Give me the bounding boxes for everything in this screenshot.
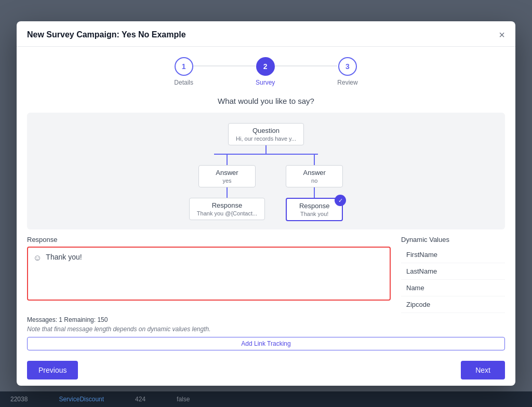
question-node[interactable]: Question Hi, our records have y... [228,123,304,145]
dynamic-item-zipcode[interactable]: Zipcode [401,296,505,313]
response-yes-node[interactable]: Response Thank you @{Contact... [189,198,265,220]
no-branch-line-top [314,155,315,165]
dynamic-item-lastname[interactable]: LastName [401,263,505,280]
check-badge: ✓ [335,195,346,206]
step-3: 3 Review [337,57,357,86]
yes-branch-line-top [227,155,228,165]
step-3-circle: 3 [338,57,357,76]
question-node-title: Question [236,127,296,134]
h-bar [214,154,318,155]
flow-area: Question Hi, our records have y... Answe… [27,113,505,229]
question-heading: What would you like to say? [17,91,515,113]
step-1: 1 Details [174,57,193,86]
stepper: 1 Details 2 Survey 3 Review [17,47,515,91]
connector-top [265,145,267,154]
step-2-label: Survey [256,79,275,86]
question-node-sub: Hi, our records have y... [236,135,296,142]
step-1-label: Details [174,79,193,86]
yes-branch: Answer yes Response Thank you @{Contact.… [189,155,265,220]
answer-yes-node[interactable]: Answer yes [198,165,256,187]
bottom-section: Response ☺ Thank you! Dynamic Values Fir… [27,236,505,313]
no-branch-line-bottom [314,187,315,198]
messages-info: Messages: 1 Remaining: 150 [27,316,505,323]
no-branch: Answer no ✓ Response Thank you! [286,155,343,221]
add-link-tracking-button[interactable]: Add Link Tracking [27,337,505,350]
bg-col2: ServiceDiscount [59,396,104,403]
response-label: Response [27,236,391,243]
close-button[interactable]: × [499,30,505,40]
modal-footer: Previous Next [17,355,515,386]
yes-branch-line-bottom [227,187,228,198]
step-2-circle: 2 [256,57,275,76]
answer-no-node[interactable]: Answer no [286,165,343,187]
emoji-icon: ☺ [33,253,42,263]
modal-dialog: New Survey Campaign: Yes No Example × 1 … [17,21,515,386]
modal-title: New Survey Campaign: Yes No Example [27,30,186,39]
connector-group [214,145,318,155]
step-line-1 [193,65,256,66]
dynamic-item-name[interactable]: Name [401,280,505,296]
step-1-circle: 1 [175,57,193,76]
step-line-2 [275,65,337,66]
branches: Answer yes Response Thank you @{Contact.… [189,155,343,221]
response-section: Response ☺ Thank you! [27,236,391,313]
note-text: Note that final message length depends o… [27,325,505,333]
bg-col3: 424 [135,396,145,403]
bg-col1: 22038 [10,396,28,403]
bg-col4: false [177,396,190,403]
next-button[interactable]: Next [461,361,505,379]
dynamic-values-section: Dynamic Values FirstName LastName Name Z… [401,236,505,313]
step-3-label: Review [337,79,357,86]
dynamic-values-label: Dynamic Values [401,236,505,243]
modal-header: New Survey Campaign: Yes No Example × [17,21,515,47]
step-2: 2 Survey [256,57,275,86]
response-textarea[interactable]: Thank you! [46,253,384,294]
background-table-row: 22038 ServiceDiscount 424 false [0,391,532,407]
flow-diagram: Question Hi, our records have y... Answe… [189,123,343,221]
previous-button[interactable]: Previous [27,361,78,379]
response-textarea-wrapper: ☺ Thank you! [27,247,391,301]
dynamic-item-firstname[interactable]: FirstName [401,247,505,263]
response-no-node[interactable]: ✓ Response Thank you! [286,198,343,221]
